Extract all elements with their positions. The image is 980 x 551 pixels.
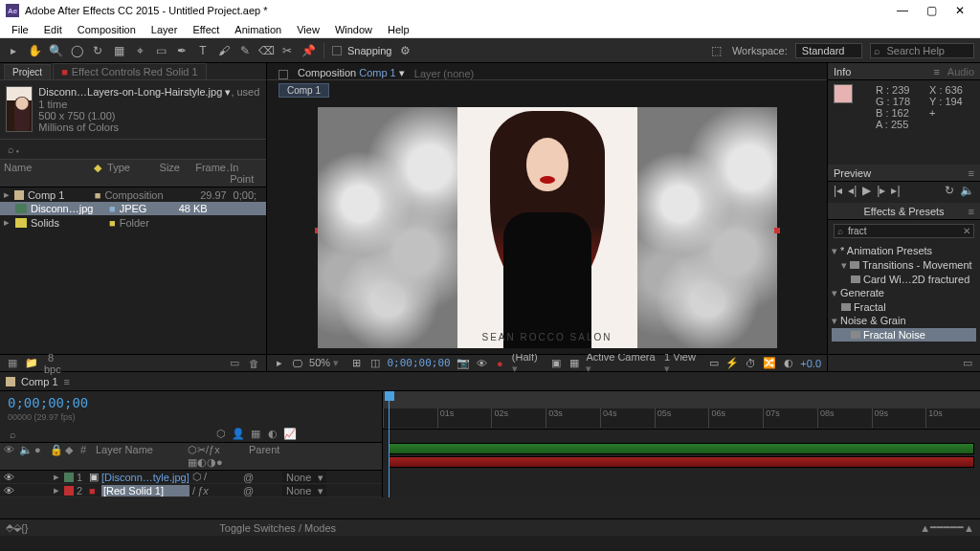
magnification-icon[interactable]: 🖵	[291, 358, 303, 369]
project-row-solids[interactable]: ▸ Solids ■ Folder	[0, 215, 266, 230]
tree-animation-presets[interactable]: * Animation Presets	[832, 244, 976, 258]
twirl-icon[interactable]: ▸	[54, 484, 61, 496]
menu-layer[interactable]: Layer	[145, 24, 184, 35]
comp-breadcrumb[interactable]: Comp 1	[267, 80, 827, 100]
timeline-layer-2[interactable]: 👁 ▸ 2 ■ [Red Solid 1] /ƒx @ None	[0, 484, 382, 497]
fast-preview-icon[interactable]: ⚡	[725, 357, 739, 369]
twirl-icon[interactable]: ▸	[4, 188, 11, 201]
maximize-button[interactable]: ▢	[917, 4, 946, 17]
layer-handle-right[interactable]	[774, 228, 780, 233]
new-bin-icon[interactable]: ▭	[961, 357, 974, 369]
tree-fractal[interactable]: Fractal	[832, 300, 976, 314]
label-color[interactable]	[64, 486, 74, 496]
project-search[interactable]: ⌕▾	[0, 139, 266, 160]
label-color[interactable]	[64, 473, 74, 482]
search-help-input[interactable]: Search Help	[870, 43, 974, 58]
shape-tool-icon[interactable]: ▭	[153, 43, 168, 58]
timeline-tab[interactable]: Comp 1	[21, 376, 58, 387]
prev-frame-icon[interactable]: ◂|	[848, 184, 857, 197]
exposure-reset-icon[interactable]: ◐	[782, 357, 794, 369]
minimize-button[interactable]: —	[888, 4, 917, 17]
bpc-toggle[interactable]: 8 bpc	[44, 352, 57, 375]
fx-panel-menu-icon[interactable]: ≡	[969, 206, 974, 217]
visibility-icon[interactable]: 👁	[4, 472, 13, 483]
pixel-aspect-icon[interactable]: ▭	[707, 357, 720, 369]
parent-dropdown[interactable]: None	[282, 485, 326, 496]
layer-bar-2[interactable]	[389, 456, 974, 468]
graph-editor-icon[interactable]: 📈	[283, 428, 297, 440]
tree-generate[interactable]: Generate	[832, 286, 976, 300]
tree-noise-grain[interactable]: Noise & Grain	[832, 314, 976, 328]
type-tool-icon[interactable]: T	[195, 43, 211, 58]
timeline-layer-1[interactable]: 👁 ▸ 1 ▣ [Disconn…tyle.jpg] ⬡/ @ None	[0, 471, 382, 484]
eraser-tool-icon[interactable]: ⌫	[258, 43, 274, 58]
zoom-in-icon[interactable]: ▲	[964, 522, 974, 534]
layer-name[interactable]: [Disconn…tyle.jpg]	[101, 472, 189, 483]
menu-file[interactable]: File	[6, 24, 34, 35]
resolution-dropdown[interactable]: (Half)	[512, 351, 545, 375]
menu-window[interactable]: Window	[329, 24, 378, 35]
label-icon[interactable]: ◆	[94, 162, 101, 185]
tree-fractal-noise[interactable]: Fractal Noise	[832, 328, 976, 342]
play-icon[interactable]: ▶	[862, 184, 871, 197]
menu-edit[interactable]: Edit	[38, 24, 68, 35]
roto-tool-icon[interactable]: ✂	[279, 43, 295, 58]
pen-tool-icon[interactable]: ✒	[174, 43, 189, 58]
tree-transitions[interactable]: Transitions - Movement	[832, 258, 976, 273]
comp-tab-label[interactable]: Composition Comp 1 ▾	[298, 67, 405, 79]
timeline-current-time[interactable]: 0;00;00;00 00000 (29.97 fps)	[0, 391, 382, 426]
comp-mini-flowchart-icon[interactable]: ⬡	[214, 428, 228, 440]
snapping-checkbox[interactable]	[332, 46, 342, 55]
tree-card-wipe[interactable]: Card Wi…2D fractured	[832, 273, 976, 286]
menu-view[interactable]: View	[291, 24, 325, 35]
cc-sync-icon[interactable]: ⬚	[709, 43, 724, 58]
exposure-value[interactable]: +0.0	[800, 358, 821, 369]
parent-pickwhip-icon[interactable]: @	[243, 472, 279, 483]
toggle-switches-icon[interactable]: ⬘	[6, 521, 13, 534]
audio-tab[interactable]: Audio	[947, 66, 974, 77]
hand-tool-icon[interactable]: ✋	[27, 43, 42, 58]
menu-help[interactable]: Help	[382, 24, 415, 35]
workspace-dropdown[interactable]: Standard	[795, 43, 863, 58]
next-frame-icon[interactable]: |▸	[877, 184, 885, 197]
tab-effect-controls[interactable]: ■Effect Controls Red Solid 1	[53, 63, 207, 79]
brush-tool-icon[interactable]: 🖌	[216, 43, 232, 58]
zoom-dropdown[interactable]: 50%	[309, 357, 345, 369]
menu-composition[interactable]: Composition	[72, 24, 142, 35]
selection-tool-icon[interactable]: ▸	[6, 43, 21, 58]
playhead[interactable]	[389, 391, 390, 497]
last-frame-icon[interactable]: ▸|	[891, 184, 900, 197]
info-panel-menu-icon[interactable]: ≡	[933, 66, 939, 77]
twirl-icon[interactable]: ▸	[54, 471, 61, 483]
new-comp-icon[interactable]: ▭	[228, 357, 241, 369]
preview-panel-menu-icon[interactable]: ≡	[969, 167, 974, 179]
parent-pickwhip-icon[interactable]: @	[243, 485, 279, 496]
close-button[interactable]: ✕	[946, 4, 974, 17]
preview-tab[interactable]: Preview	[834, 167, 871, 179]
frame-blend-icon[interactable]: ▦	[249, 428, 262, 440]
orbit-tool-icon[interactable]: ◯	[69, 43, 84, 58]
effects-tree[interactable]: * Animation Presets Transitions - Moveme…	[828, 242, 980, 343]
first-frame-icon[interactable]: |◂	[834, 184, 842, 197]
twirl-icon[interactable]: ▸	[4, 216, 11, 229]
grid-icon[interactable]: ⊞	[350, 357, 363, 369]
rotate-tool-icon[interactable]: ↻	[90, 43, 105, 58]
work-area[interactable]	[383, 391, 980, 408]
snapshot-icon[interactable]: 📷	[457, 357, 470, 369]
toggle-switches-modes[interactable]: Toggle Switches / Modes	[219, 522, 336, 534]
toggle-switches-icon2[interactable]: ⬙	[13, 521, 21, 534]
project-row-jpeg[interactable]: Disconn…jpg ■ JPEG 48 KB	[0, 202, 266, 215]
loop-icon[interactable]: ↻	[945, 184, 954, 197]
motion-blur-icon[interactable]: ◐	[266, 428, 279, 440]
zoom-tool-icon[interactable]: 🔍	[48, 43, 63, 58]
always-preview-icon[interactable]: ▸	[273, 357, 285, 369]
shy-icon[interactable]: 👤	[232, 428, 245, 440]
layer-tab[interactable]: Layer (none)	[414, 68, 474, 79]
tab-project[interactable]: Project	[4, 64, 51, 79]
zoom-slider[interactable]: ━━━━━	[930, 521, 964, 534]
visibility-icon[interactable]: 👁	[4, 485, 13, 496]
clone-tool-icon[interactable]: ✎	[237, 43, 253, 58]
info-tab[interactable]: Info	[834, 66, 851, 77]
comp-canvas[interactable]: Sean Rocco Salon	[318, 107, 777, 348]
zoom-out-icon[interactable]: ▲	[920, 522, 930, 534]
